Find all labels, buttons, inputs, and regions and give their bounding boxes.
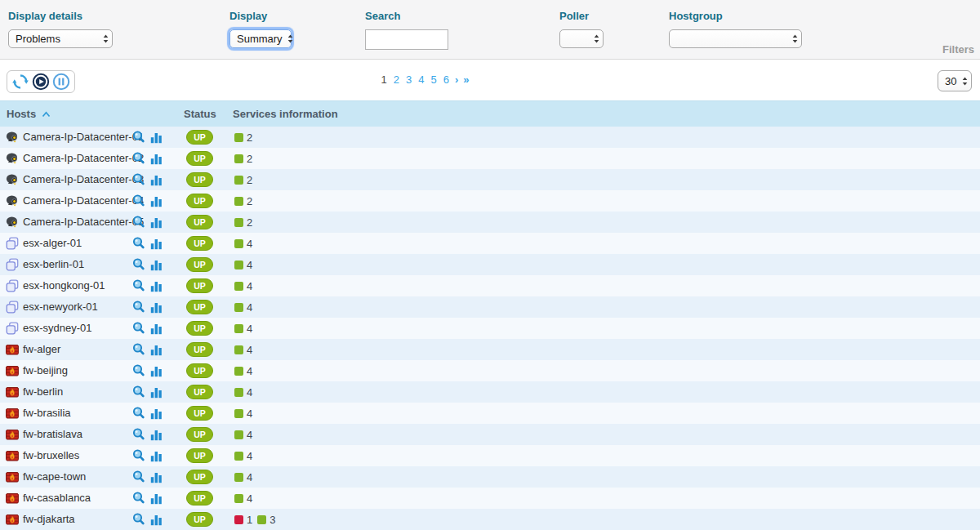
host-graph-icon[interactable] [150,237,163,252]
host-detail-magnifier-icon[interactable] [132,385,145,400]
host-graph-icon[interactable] [150,173,163,189]
service-ok-square [234,473,243,482]
display-details-select[interactable]: Problems [8,29,113,48]
host-graph-icon[interactable] [150,428,163,443]
host-graph-icon[interactable] [150,131,163,146]
filters-button[interactable]: Filters [942,43,974,56]
host-detail-magnifier-icon[interactable] [132,364,145,379]
host-graph-icon[interactable] [150,385,163,401]
host-name[interactable]: esx-berlin-01 [23,258,84,270]
host-graph-icon[interactable] [150,492,163,507]
service-ok-square [234,452,243,461]
poller-select[interactable] [559,29,604,48]
host-graph-icon[interactable] [150,216,163,231]
host-detail-magnifier-icon[interactable] [132,152,145,167]
host-name[interactable]: Camera-Ip-Datacenter-02 [23,152,144,164]
column-header-hosts[interactable]: Hosts [7,108,51,120]
host-detail-magnifier-icon[interactable] [132,237,145,252]
host-status-badge: UP [186,491,213,506]
host-detail-magnifier-icon[interactable] [132,449,145,464]
host-name[interactable]: fw-beijing [23,364,68,376]
host-name[interactable]: esx-alger-01 [23,237,82,249]
host-name[interactable]: fw-bruxelles [23,449,79,461]
page-5[interactable]: 5 [430,73,436,86]
host-graph-icon[interactable] [150,449,163,465]
host-graph-icon[interactable] [150,279,163,295]
host-name[interactable]: esx-sydney-01 [23,322,92,334]
host-name[interactable]: Camera-Ip-Datacenter-05 [23,216,144,228]
host-name[interactable]: esx-newyork-01 [23,301,98,313]
host-detail-magnifier-icon[interactable] [132,428,145,443]
host-graph-icon[interactable] [150,470,163,486]
host-name[interactable]: fw-djakarta [23,513,75,525]
page-2[interactable]: 2 [394,73,399,86]
services-cell: 2 [234,127,257,148]
host-graph-icon[interactable] [150,407,163,422]
host-status-badge: UP [186,448,213,463]
last-page-icon[interactable]: » [463,73,469,86]
column-header-services[interactable]: Services information [233,108,338,120]
poller-label: Poller [559,10,604,22]
service-count: 1 [247,514,252,526]
services-cell: 4 [234,466,257,488]
host-detail-magnifier-icon[interactable] [132,258,145,273]
page-1[interactable]: 1 [381,73,387,86]
host-detail-magnifier-icon[interactable] [132,343,145,358]
page-3[interactable]: 3 [406,73,412,86]
host-name[interactable]: fw-casablanca [23,492,91,504]
service-ok-square [234,133,243,142]
host-name[interactable]: fw-brasilia [23,407,71,419]
service-ok-square [234,282,243,291]
select-arrows-icon [287,34,293,43]
host-row: fw-djakarta UP 13 [0,509,980,530]
service-ok-square [257,515,266,524]
host-name[interactable]: Camera-Ip-Datacenter-04 [23,194,144,207]
host-graph-icon[interactable] [150,343,163,359]
firewall-host-icon [6,513,19,526]
host-graph-icon[interactable] [150,364,163,380]
next-page-icon[interactable]: › [455,73,458,86]
hostgroup-select[interactable] [669,29,802,48]
host-graph-icon[interactable] [150,152,163,167]
column-header-status[interactable]: Status [184,108,216,120]
host-row: esx-newyork-01 UP 4 [0,296,980,318]
host-graph-icon[interactable] [150,258,163,274]
host-row: fw-berlin UP 4 [0,381,980,403]
services-cell: 4 [234,296,257,318]
host-row: fw-alger UP 4 [0,339,980,360]
page-6[interactable]: 6 [443,73,449,86]
host-name[interactable]: fw-alger [23,343,60,355]
host-name[interactable]: Camera-Ip-Datacenter-03 [23,173,144,185]
host-detail-magnifier-icon[interactable] [132,470,145,485]
host-status-badge: UP [186,342,213,357]
service-ok-square [234,303,243,312]
host-graph-icon[interactable] [150,322,163,337]
select-arrows-icon [594,34,599,43]
host-detail-magnifier-icon[interactable] [132,322,145,336]
host-name[interactable]: fw-cape-town [23,470,86,483]
search-label: Search [365,10,448,22]
host-graph-icon[interactable] [150,194,163,210]
host-detail-magnifier-icon[interactable] [132,492,145,506]
display-select[interactable]: Summary [229,29,292,48]
page-4[interactable]: 4 [418,73,424,86]
host-graph-icon[interactable] [150,513,163,528]
host-detail-magnifier-icon[interactable] [132,173,145,188]
host-name[interactable]: fw-bratislava [23,428,82,440]
host-detail-magnifier-icon[interactable] [132,216,145,230]
host-detail-magnifier-icon[interactable] [132,301,145,315]
host-detail-magnifier-icon[interactable] [132,194,145,209]
host-detail-magnifier-icon[interactable] [132,279,145,294]
display-value: Summary [237,33,283,45]
host-name[interactable]: esx-hongkong-01 [23,279,105,292]
host-name[interactable]: Camera-Ip-Datacenter-01 [23,131,144,143]
host-detail-magnifier-icon[interactable] [132,513,145,528]
service-count: 4 [247,323,252,335]
host-name[interactable]: fw-berlin [23,385,63,398]
page-size-select[interactable]: 30 [938,70,972,91]
host-detail-magnifier-icon[interactable] [132,131,145,145]
search-input[interactable] [365,29,448,50]
host-graph-icon[interactable] [150,301,163,316]
host-status-badge: UP [186,427,213,442]
host-detail-magnifier-icon[interactable] [132,407,145,421]
